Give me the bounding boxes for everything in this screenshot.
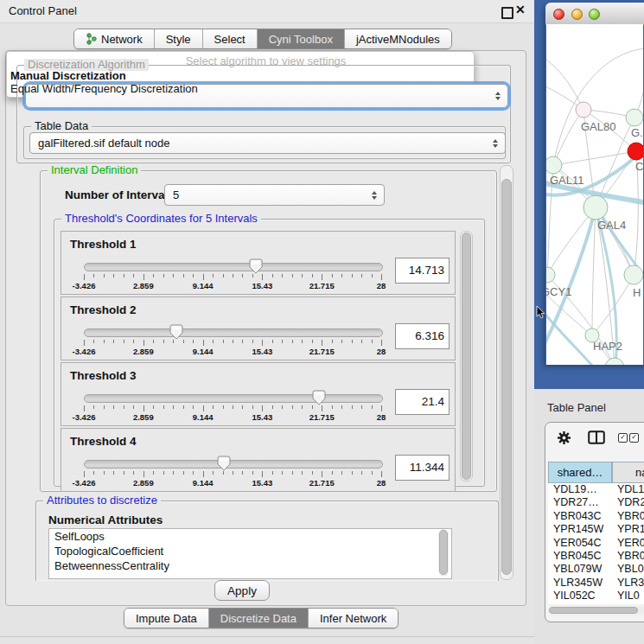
cell-name: YLR3 [612, 577, 644, 590]
columns-icon[interactable] [588, 430, 605, 444]
slider-tick [332, 340, 333, 343]
threshold-panel: Threshold 4-3.4262.8599.14415.4321.71528… [61, 428, 456, 492]
threshold-slider[interactable]: -3.4262.8599.14415.4321.71528 [84, 328, 381, 354]
threshold-slider[interactable]: -3.4262.8599.14415.4321.71528 [84, 263, 381, 289]
table-row[interactable]: YDL19…YDL1 [548, 483, 644, 496]
attribute-list-item[interactable]: BetweennessCentrality [49, 558, 451, 573]
network-node-gal4[interactable] [583, 195, 608, 220]
panel-scrollbar[interactable] [500, 165, 513, 580]
table-panel-title: Table Panel [547, 401, 606, 414]
network-view-window: GAL80G.CGAL11GAL4GCY1HHAP2 [545, 3, 644, 365]
network-node-gal80[interactable] [576, 102, 591, 118]
slider-tick [361, 405, 362, 409]
threshold-slider[interactable]: -3.4262.8599.14415.4321.71528 [84, 460, 381, 486]
slider-tick [312, 340, 313, 343]
tab-discretize-data[interactable]: Discretize Data [209, 609, 309, 628]
settings-gear-icon[interactable] [556, 430, 571, 445]
network-window-titlebar[interactable] [545, 3, 644, 25]
slider-tick [242, 405, 243, 409]
slider-tick [104, 274, 105, 277]
tab-network[interactable]: Network [74, 29, 155, 48]
number-of-intervals-combobox[interactable]: 5 [164, 184, 385, 206]
cell-name: YPR1 [612, 523, 644, 536]
float-window-icon[interactable] [501, 7, 513, 19]
slider-tick-label: 2.859 [133, 281, 154, 290]
slider-handle[interactable] [312, 390, 326, 405]
table-row[interactable]: YBR043CYBR0 [548, 510, 644, 523]
network-canvas[interactable]: GAL80G.CGAL11GAL4GCY1HHAP2 [546, 24, 643, 365]
tab-infer-network[interactable]: Infer Network [309, 609, 398, 628]
slider-tick [143, 340, 144, 346]
select-columns-checkboxes-icon[interactable]: ✓ ✓ [618, 433, 641, 443]
tab-select[interactable]: Select [203, 29, 258, 48]
slider-tick [193, 405, 194, 409]
table-row[interactable]: YBR045CYBR0 [548, 550, 644, 563]
table-row[interactable]: YLR345WYLR3 [548, 577, 644, 590]
table-row[interactable]: YBL079WYBL0 [548, 563, 644, 576]
close-icon[interactable]: ✕ [515, 3, 526, 16]
slider-tick [163, 471, 164, 475]
zoom-button[interactable] [589, 9, 600, 20]
slider-tick [361, 340, 362, 343]
popup-item-equal-width-frequency[interactable]: Equal Width/Frequency Discretization [10, 82, 198, 95]
slider-handle[interactable] [217, 456, 231, 471]
network-node-h[interactable] [624, 265, 643, 284]
slider-tick [143, 405, 144, 411]
slider-tick [213, 340, 214, 343]
tab-cyni-toolbox[interactable]: Cyni Toolbox [258, 29, 345, 48]
network-node[interactable] [605, 358, 624, 365]
minimize-button[interactable] [571, 9, 583, 20]
slider-tick-label: 9.144 [193, 347, 214, 356]
slider-tick [213, 405, 214, 409]
table-data-combobox[interactable]: galFiltered.sif default node [29, 132, 506, 154]
network-node-gal11[interactable] [546, 156, 562, 174]
table-row[interactable]: YDR27…YDR2 [548, 496, 644, 509]
network-node-gcy1[interactable] [546, 267, 555, 283]
tab-jactivemnodules[interactable]: jActiveMNodules [345, 29, 451, 48]
slider-tick [173, 471, 174, 475]
attribute-list-item[interactable]: SelfLoops [49, 529, 451, 544]
tab-label: Network [101, 33, 143, 46]
threshold-label: Threshold 4 [70, 435, 137, 448]
column-header-shared-name[interactable]: shared… [548, 462, 612, 483]
table-row[interactable]: YER054CYER0 [548, 537, 644, 550]
tab-impute-data[interactable]: Impute Data [124, 609, 209, 628]
slider-tick-label: -3.426 [73, 281, 96, 290]
slider-tick-label: 21.715 [309, 281, 335, 290]
apply-button[interactable]: Apply [214, 580, 270, 601]
threshold-value-field[interactable]: 11.344 [395, 455, 450, 481]
scrollbar-thumb[interactable] [462, 233, 471, 480]
numerical-attributes-label: Numerical Attributes [48, 513, 163, 526]
network-node-c[interactable] [628, 143, 643, 160]
attribute-list-item[interactable]: TopologicalCoefficient [49, 544, 451, 558]
slider-tick [153, 274, 154, 277]
slider-track [84, 263, 383, 271]
tab-style[interactable]: Style [155, 29, 203, 48]
node-table[interactable]: YDL19…YDL1YDR27…YDR2YBR043CYBR0YPR145WYP… [548, 483, 644, 604]
slider-handle[interactable] [249, 258, 263, 274]
table-horizontal-scrollbar[interactable] [548, 606, 644, 615]
threshold-value-field[interactable]: 21.4 [395, 389, 450, 415]
slider-tick [143, 471, 144, 477]
network-node-g[interactable] [626, 109, 643, 126]
table-panel: Table Panel ✓ ✓ shared… na YDL19…YDL1YDR… [534, 389, 644, 644]
popup-item-manual-discretization[interactable]: Manual Discretization [10, 69, 126, 82]
slider-tick [183, 274, 184, 277]
threshold-value-field[interactable]: 14.713 [395, 258, 450, 284]
slider-tick [104, 340, 105, 343]
attributes-list-scrollbar[interactable] [438, 529, 449, 577]
numerical-attributes-list[interactable]: SelfLoopsTopologicalCoefficientBetweenne… [48, 528, 452, 579]
thresholds-scrollbar[interactable] [460, 231, 473, 481]
threshold-value-field[interactable]: 6.316 [395, 323, 450, 349]
group-title: Interval Definition [48, 164, 141, 176]
threshold-slider[interactable]: -3.4262.8599.14415.4321.71528 [84, 394, 381, 420]
scrollbar-thumb[interactable] [439, 530, 448, 575]
table-row[interactable]: YIL052CYIL0 [548, 590, 644, 603]
slider-handle[interactable] [169, 324, 183, 340]
scrollbar-thumb[interactable] [549, 607, 638, 614]
table-row[interactable]: YPR145WYPR1 [548, 523, 644, 536]
column-header-name[interactable]: na [612, 462, 644, 483]
close-button[interactable] [553, 9, 564, 20]
slider-tick [93, 471, 94, 475]
scrollbar-thumb[interactable] [501, 179, 512, 575]
